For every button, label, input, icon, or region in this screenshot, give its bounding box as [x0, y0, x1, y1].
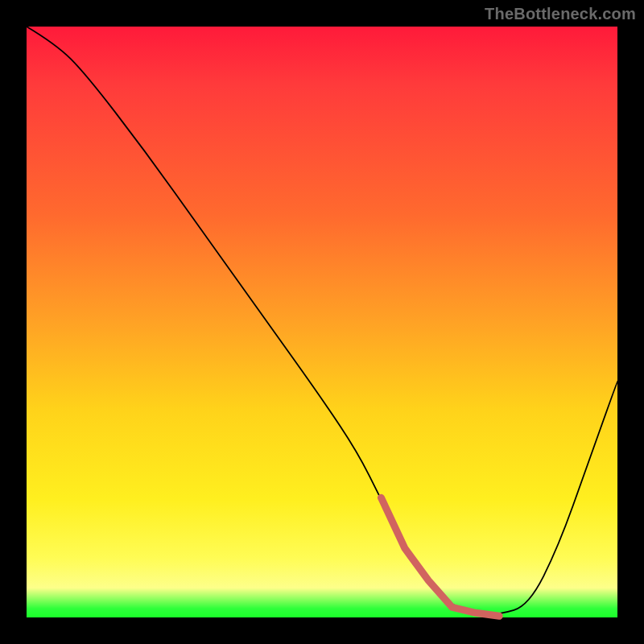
- chart-frame: TheBottleneck.com: [0, 0, 644, 644]
- chart-plot-area: [27, 27, 617, 617]
- chart-svg: [27, 27, 617, 617]
- bottleneck-curve: [27, 27, 617, 614]
- bottleneck-accent-segment: [381, 497, 499, 616]
- watermark-text: TheBottleneck.com: [485, 5, 636, 23]
